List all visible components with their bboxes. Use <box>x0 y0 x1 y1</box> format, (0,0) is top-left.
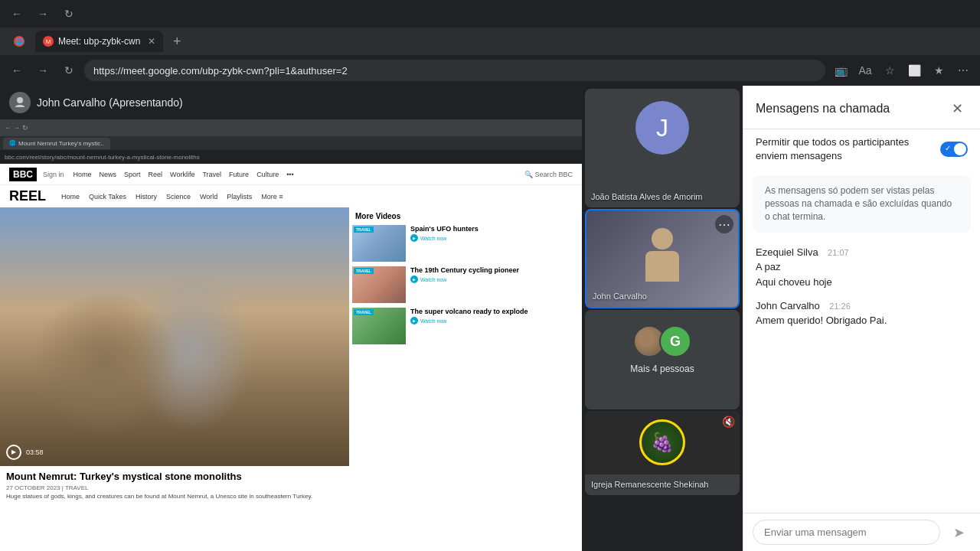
reel-history[interactable]: History <box>136 193 157 201</box>
bbc-link-more[interactable]: ••• <box>286 171 293 178</box>
bbc-nav: BBC Sign in Home News Sport Reel Worklif… <box>0 164 582 185</box>
message-1: Ezequiel Silva 21:07 A paz Aqui choveu h… <box>756 245 968 289</box>
video-label-2: TRAVEL <box>354 268 374 274</box>
favorites-icon[interactable]: ★ <box>928 60 949 81</box>
video-info-2: The 19th Century cycling pioneer ▶ Watch… <box>410 266 579 283</box>
watch-now-3[interactable]: ▶ Watch now <box>410 317 579 324</box>
allow-messages-label: Permitir que todos os participantes envi… <box>756 135 940 163</box>
title-bar: ← → ↻ <box>0 0 980 28</box>
screen-cast-icon[interactable]: 📺 <box>830 60 851 81</box>
allow-messages-toggle[interactable]: ✓ <box>940 142 968 157</box>
presenter-avatar <box>9 92 31 113</box>
person-head <box>652 228 673 249</box>
person-body <box>645 251 679 282</box>
main-video-thumbnail[interactable]: ▶ 03:58 <box>0 207 349 466</box>
bookmark-icon[interactable]: ☆ <box>879 60 900 81</box>
group-avatar-2: G <box>659 325 691 357</box>
church-logo-container: 🍇 <box>585 411 740 474</box>
reload-button[interactable]: ↻ <box>58 3 80 24</box>
message-2: John Carvalho 21:26 Amem querido! Obriga… <box>756 298 968 328</box>
participant-church: 🍇 🔇 Igreja Remanescente Shekinah <box>585 411 740 495</box>
tab-close-button[interactable]: ✕ <box>148 36 155 47</box>
svg-point-0 <box>17 97 23 103</box>
window-controls: ← → ↻ <box>6 3 80 24</box>
new-tab-button[interactable]: + <box>166 31 188 52</box>
browser-menu-icon[interactable]: ⋯ <box>952 60 974 81</box>
article-desc: Huge statues of gods, kings, and creatur… <box>6 493 343 500</box>
browser-nav-icons: 📺 Aa ☆ ⬜ ★ ⋯ <box>830 60 974 81</box>
joao-avatar: J <box>635 101 689 155</box>
chat-close-button[interactable]: ✕ <box>946 98 968 119</box>
reel-quick-takes[interactable]: Quick Takes <box>89 193 126 201</box>
forward-nav-button[interactable]: → <box>32 60 54 81</box>
john-options-button[interactable]: ⋯ <box>715 215 733 233</box>
inner-tab: 🌐 Mount Nemrut Turkey's mystic... <box>3 138 110 149</box>
reel-science[interactable]: Science <box>166 193 191 201</box>
video-card-1[interactable]: TRAVEL Spain's UFO hunters ▶ Watch now <box>352 225 579 262</box>
article-title: Mount Nemrut: Turkey's mystical stone mo… <box>6 471 343 482</box>
forward-button[interactable]: → <box>32 3 54 24</box>
allow-messages-row: Permitir que todos os participantes envi… <box>743 129 980 169</box>
address-bar[interactable]: https://meet.google.com/ubp-zybk-cwn?pli… <box>84 60 825 81</box>
reel-world[interactable]: World <box>200 193 217 201</box>
nav-bar: ← → ↻ https://meet.google.com/ubp-zybk-c… <box>0 55 980 86</box>
chat-input[interactable] <box>753 520 940 545</box>
toggle-knob <box>954 143 966 155</box>
tab-home[interactable]: 🌐 <box>6 31 32 52</box>
bbc-reel-bar: REEL Home Quick Takes History Science Wo… <box>0 185 582 207</box>
watch-play-icon-2: ▶ <box>410 276 418 283</box>
reel-home[interactable]: Home <box>61 193 80 201</box>
play-icon: ▶ <box>6 445 21 460</box>
message-1-author: Ezequiel Silva <box>756 246 818 258</box>
video-label-1: TRAVEL <box>354 227 374 233</box>
send-message-button[interactable]: ➤ <box>946 520 971 545</box>
back-nav-button[interactable]: ← <box>6 60 28 81</box>
reel-logo: REEL <box>9 188 46 204</box>
chat-input-area: ➤ <box>743 513 980 551</box>
watch-now-1[interactable]: ▶ Watch now <box>410 234 579 242</box>
inner-browser-chrome: ← → ↻ <box>0 119 582 136</box>
chat-panel: Mensagens na chamada ✕ Permitir que todo… <box>743 86 980 551</box>
bbc-link-culture[interactable]: Culture <box>256 171 279 178</box>
article-meta: 27 OCTOBER 2023 | TRAVEL <box>6 484 343 491</box>
bbc-link-travel[interactable]: Travel <box>202 171 221 178</box>
video-title-3: The super volcano ready to explode <box>410 308 579 315</box>
inner-tab-bar: 🌐 Mount Nemrut Turkey's mystic... <box>0 136 582 150</box>
bbc-link-news[interactable]: News <box>100 171 117 178</box>
bbc-link-worklife[interactable]: Worklife <box>170 171 194 178</box>
screen-share-area: John Carvalho (Apresentando) ← → ↻ 🌐 Mou… <box>0 86 582 551</box>
url-text: https://meet.google.com/ubp-zybk-cwn?pli… <box>93 65 348 77</box>
video-label-3: TRAVEL <box>354 309 374 315</box>
reload-nav-button[interactable]: ↻ <box>58 60 80 81</box>
reel-more[interactable]: More ≡ <box>261 193 283 201</box>
video-title-1: Spain's UFO hunters <box>410 225 579 233</box>
bbc-link-home[interactable]: Home <box>74 171 92 178</box>
watch-now-2[interactable]: ▶ Watch now <box>410 276 579 283</box>
bbc-article-text: Mount Nemrut: Turkey's mystical stone mo… <box>0 466 349 552</box>
main-layout: John Carvalho (Apresentando) ← → ↻ 🌐 Mou… <box>0 86 980 551</box>
bbc-link-reel[interactable]: Reel <box>149 171 163 178</box>
video-card-3[interactable]: TRAVEL The super volcano ready to explod… <box>352 308 579 344</box>
tab-label: Meet: ubp-zybk-cwn <box>58 36 140 47</box>
screen-share-preview: ← → ↻ 🌐 Mount Nemrut Turkey's mystic... … <box>0 119 582 551</box>
video-card-2[interactable]: TRAVEL The 19th Century cycling pioneer … <box>352 266 579 303</box>
message-2-text-1: Amem querido! Obrigado Pai. <box>756 314 968 328</box>
chat-title: Mensagens na chamada <box>756 102 890 116</box>
bbc-link-future[interactable]: Future <box>229 171 249 178</box>
extensions-icon[interactable]: ⬜ <box>903 60 925 81</box>
reel-nav: Home Quick Takes History Science World P… <box>61 193 283 201</box>
video-play-button[interactable]: ▶ 03:58 <box>6 445 44 460</box>
participants-panel: J João Batista Alves de Amorim ⋯ John Ca… <box>582 86 743 551</box>
chat-notice-text: As mensagens só podem ser vistas pelas p… <box>765 185 952 222</box>
bbc-link-sport[interactable]: Sport <box>124 171 141 178</box>
chat-notice: As mensagens só podem ser vistas pelas p… <box>753 175 971 232</box>
tab-meet[interactable]: M Meet: ubp-zybk-cwn ✕ <box>35 31 163 52</box>
participant-joao: J João Batista Alves de Amorim <box>585 89 740 207</box>
browser-chrome: ← → ↻ 🌐 M Meet: ubp-zybk-cwn ✕ + ← → ↻ h… <box>0 0 980 86</box>
video-thumb-2: TRAVEL <box>352 266 406 303</box>
back-button[interactable]: ← <box>6 3 28 24</box>
reader-mode-icon[interactable]: Aa <box>854 60 876 81</box>
toggle-check-icon: ✓ <box>945 144 951 152</box>
tab-favicon: 🌐 <box>14 36 24 47</box>
reel-playlists[interactable]: Playlists <box>227 193 252 201</box>
